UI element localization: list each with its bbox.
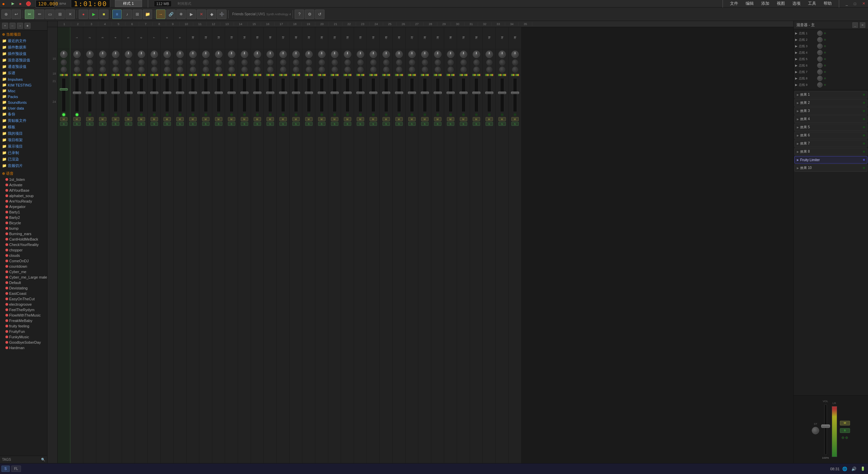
ch-vol-knob-17[interactable]: [279, 51, 287, 58]
ch-pan-knob-34[interactable]: [499, 59, 505, 65]
ch-solo-btn-29[interactable]: S: [434, 122, 441, 126]
mixer-channel-13[interactable]: 输入 13 M S: [225, 27, 238, 463]
ch-volume-fader-23[interactable]: [358, 78, 362, 112]
sidebar-song-chopper[interactable]: chopper: [0, 247, 47, 253]
sidebar-song-fruityfun[interactable]: FruityFun: [0, 329, 47, 334]
ch-fader-thumb-29[interactable]: [434, 92, 442, 94]
ch-name-area-13[interactable]: 输入 13: [225, 27, 238, 49]
ch-mute-btn-24[interactable]: M: [370, 117, 377, 121]
tool-undo[interactable]: ↩: [12, 10, 21, 19]
sidebar-item-scores[interactable]: 📁 乐谱: [0, 70, 47, 76]
effect-slot-7[interactable]: ▶ 效果 7: [794, 140, 867, 147]
effect-led-10[interactable]: [863, 167, 865, 169]
rp-mute-btn[interactable]: M: [840, 421, 850, 425]
ch-pan-knob-13[interactable]: [229, 59, 235, 65]
send-knob-3[interactable]: [817, 43, 823, 49]
ch-fader-thumb-1[interactable]: [73, 92, 81, 94]
ch-mute-btn-25[interactable]: M: [382, 117, 390, 121]
ch-solo-btn-12[interactable]: S: [215, 122, 222, 126]
ch-name-area-0[interactable]: 主: [58, 27, 70, 49]
ch-solo-btn-23[interactable]: S: [357, 122, 364, 126]
ch-mute-btn-19[interactable]: M: [305, 117, 313, 121]
ch-stereo-knob-34[interactable]: [499, 67, 505, 73]
ch-name-area-18[interactable]: 输入 18: [290, 27, 302, 49]
ch-pan-knob-19[interactable]: [306, 59, 312, 65]
ch-volume-fader-25[interactable]: [384, 78, 388, 112]
sidebar-song-eastcoast[interactable]: EastCoast: [0, 291, 47, 296]
ch-fader-thumb-22[interactable]: [343, 92, 352, 94]
mixer-channel-3[interactable]: 输入 3 M S: [96, 27, 109, 463]
ch-pan-knob-2[interactable]: [87, 59, 93, 65]
mixer-channel-17[interactable]: 输入 17 M S: [277, 27, 290, 463]
ch-vol-knob-13[interactable]: [228, 51, 235, 58]
ch-fader-thumb-19[interactable]: [305, 92, 313, 94]
ch-name-area-33[interactable]: 输入 33: [483, 27, 495, 49]
ch-solo-btn-35[interactable]: S: [511, 122, 519, 126]
sidebar-item-impulses[interactable]: 📁 Impulses: [0, 76, 47, 82]
ch-stereo-knob-18[interactable]: [293, 67, 299, 73]
effect-slot-3[interactable]: ▶ 效果 3: [794, 107, 867, 115]
ch-name-area-27[interactable]: 输入 27: [406, 27, 418, 49]
sidebar-song-easyonthecut[interactable]: EasyOnTheCut: [0, 296, 47, 302]
ch-stereo-knob-10[interactable]: [190, 67, 196, 73]
sidebar-song-funkymusic[interactable]: FunkyMusic: [0, 334, 47, 340]
effect-slot-2[interactable]: ▶ 效果 2: [794, 99, 867, 107]
tool-arrow[interactable]: ▶: [186, 10, 196, 19]
ch-pan-knob-27[interactable]: [409, 59, 415, 65]
ch-name-area-7[interactable]: 输入 7: [148, 27, 160, 49]
ch-pan-knob-15[interactable]: [254, 59, 260, 65]
effect-slot-6[interactable]: ▶ 效果 6: [794, 132, 867, 139]
ch-pan-knob-4[interactable]: [113, 59, 119, 65]
ch-pan-knob-5[interactable]: [125, 59, 132, 65]
ch-fader-thumb-34[interactable]: [498, 92, 506, 94]
ch-volume-fader-32[interactable]: [474, 78, 478, 112]
effect-led-5[interactable]: [863, 126, 865, 128]
ch-solo-btn-7[interactable]: S: [151, 122, 158, 126]
sidebar-item-packs[interactable]: 📁 Packs: [0, 94, 47, 99]
sidebar-song-flowwithmusic[interactable]: FlowWithTheMusic: [0, 312, 47, 318]
send-led-8[interactable]: [824, 77, 826, 79]
ch-pan-knob-9[interactable]: [177, 59, 183, 65]
ch-solo-btn-0[interactable]: S: [60, 122, 67, 126]
ch-solo-btn-11[interactable]: S: [202, 122, 210, 126]
ch-volume-fader-16[interactable]: [268, 78, 272, 112]
ch-fader-thumb-4[interactable]: [112, 92, 120, 94]
ch-name-area-34[interactable]: 输入 34: [496, 27, 508, 49]
ch-name-area-6[interactable]: 输入 6: [135, 27, 147, 49]
ch-stereo-knob-3[interactable]: [100, 67, 106, 73]
ch-vol-knob-28[interactable]: [421, 51, 429, 58]
ch-stereo-knob-19[interactable]: [306, 67, 312, 73]
ch-solo-btn-17[interactable]: S: [279, 122, 287, 126]
ch-volume-fader-31[interactable]: [461, 78, 466, 112]
send-knob-6[interactable]: [817, 63, 823, 68]
ch-mute-btn-10[interactable]: M: [189, 117, 197, 121]
ch-stereo-knob-15[interactable]: [254, 67, 260, 73]
ch-pan-knob-25[interactable]: [383, 59, 389, 65]
ch-pan-knob-18[interactable]: [293, 59, 299, 65]
mixer-channel-20[interactable]: 输入 20 M S: [315, 27, 328, 463]
effect-led-fruity[interactable]: [863, 159, 865, 161]
effect-slot-1[interactable]: ▶ 效果 1: [794, 91, 867, 98]
ch-name-area-4[interactable]: 输入 4: [109, 27, 122, 49]
send-knob-1[interactable]: [817, 31, 823, 36]
sidebar-item-plugin-db[interactable]: 📁 插件数据库: [0, 44, 47, 51]
sidebar-song-alphabet-soup[interactable]: alphabet_soup: [0, 193, 47, 198]
ch-stereo-knob-4[interactable]: [113, 67, 119, 73]
ch-solo-btn-25[interactable]: S: [382, 122, 390, 126]
ch-stereo-knob-0[interactable]: [61, 67, 67, 73]
ch-volume-fader-5[interactable]: [126, 78, 131, 112]
effect-led-7[interactable]: [863, 143, 865, 145]
ch-mute-btn-14[interactable]: M: [241, 117, 248, 121]
ch-pan-knob-22[interactable]: [344, 59, 351, 65]
ch-pan-knob-0[interactable]: [61, 59, 67, 65]
ch-fader-thumb-13[interactable]: [228, 92, 236, 94]
ch-solo-btn-10[interactable]: S: [189, 122, 197, 126]
mixer-channel-32[interactable]: 输入 32 M S: [470, 27, 483, 463]
ch-name-area-31[interactable]: 输入 31: [457, 27, 470, 49]
sidebar-song-freakmebaby[interactable]: FreakMeBaby: [0, 318, 47, 323]
ch-volume-fader-0[interactable]: [62, 78, 66, 112]
ch-pan-knob-23[interactable]: [357, 59, 363, 65]
ch-fader-thumb-6[interactable]: [137, 92, 145, 94]
mixer-channel-9[interactable]: 输入 9 M S: [174, 27, 186, 463]
ch-vol-knob-31[interactable]: [460, 51, 467, 58]
